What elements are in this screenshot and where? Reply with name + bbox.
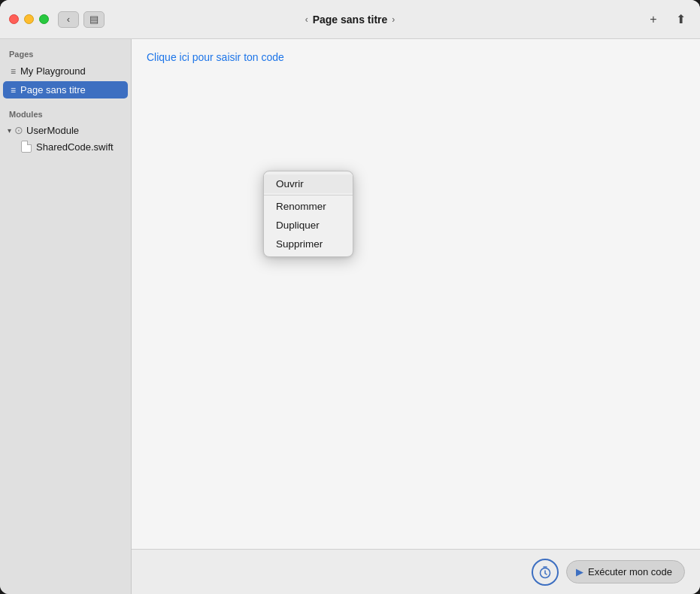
page-icon-2: ≡ (11, 85, 16, 95)
chevron-left-icon[interactable]: ‹ (305, 14, 308, 25)
context-menu-divider (264, 195, 353, 195)
pages-section-label: Pages (0, 45, 131, 62)
nav-buttons: ‹ ▤ (58, 11, 105, 28)
play-icon: ▶ (576, 566, 583, 577)
run-button[interactable]: ▶ Exécuter mon code (566, 560, 685, 583)
context-menu: Ouvrir Renommer Dupliquer Supprimer (263, 171, 353, 257)
bottom-bar: ▶ Exécuter mon code (132, 549, 700, 594)
back-button[interactable]: ‹ (58, 11, 79, 28)
sidebar: Pages ≡ My Playground ≡ Page sans titre … (0, 39, 132, 594)
timer-button[interactable] (532, 559, 559, 586)
top-bar-right: + ⬆ (643, 9, 691, 30)
sidebar-item-label-1: My Playground (20, 65, 86, 77)
content-area: Clique ici pour saisir ton code (132, 39, 700, 549)
maximize-button[interactable] (39, 14, 49, 24)
modules-section-label: Modules (0, 105, 131, 122)
sidebar-item-my-playground[interactable]: ≡ My Playground (3, 62, 128, 80)
swift-file-icon (21, 141, 32, 153)
sidebar-icon: ▤ (89, 14, 98, 25)
close-button[interactable] (9, 14, 19, 24)
modules-section: Modules ▾ ⊙ UserModule SharedCode.swift (0, 105, 131, 155)
top-bar: ‹ ▤ ‹ Page sans titre › + ⬆ (0, 0, 700, 39)
add-button[interactable]: + (643, 9, 664, 30)
back-icon: ‹ (67, 14, 70, 25)
sidebar-toggle-button[interactable]: ▤ (83, 11, 105, 28)
page-icon-1: ≡ (11, 66, 16, 77)
page-title: Page sans titre (313, 14, 388, 26)
share-button[interactable]: ⬆ (670, 9, 691, 30)
sidebar-item-page-sans-titre[interactable]: ≡ Page sans titre (3, 81, 128, 98)
context-menu-item-dupliquer[interactable]: Dupliquer (264, 216, 353, 235)
chevron-right-icon[interactable]: › (392, 14, 395, 25)
context-menu-item-ouvrir[interactable]: Ouvrir (264, 174, 353, 193)
minimize-button[interactable] (24, 14, 34, 24)
context-menu-item-renommer[interactable]: Renommer (264, 197, 353, 216)
context-menu-item-supprimer[interactable]: Supprimer (264, 235, 353, 253)
module-usermodule[interactable]: ▾ ⊙ UserModule (0, 122, 131, 138)
chevron-down-icon: ▾ (8, 126, 11, 135)
traffic-lights (9, 14, 49, 24)
run-button-label: Exécuter mon code (588, 566, 672, 577)
file-label: SharedCode.swift (36, 141, 114, 153)
code-placeholder[interactable]: Clique ici pour saisir ton code (132, 39, 700, 75)
module-label: UserModule (26, 125, 79, 136)
main-area: Pages ≡ My Playground ≡ Page sans titre … (0, 39, 700, 594)
sidebar-item-label-2: Page sans titre (20, 84, 86, 95)
top-bar-center: ‹ Page sans titre › (305, 14, 395, 26)
module-icon: ⊙ (14, 124, 23, 136)
file-sharedcode[interactable]: SharedCode.swift (0, 138, 131, 155)
app-window: ‹ ▤ ‹ Page sans titre › + ⬆ Pages ≡ My P… (0, 0, 700, 594)
